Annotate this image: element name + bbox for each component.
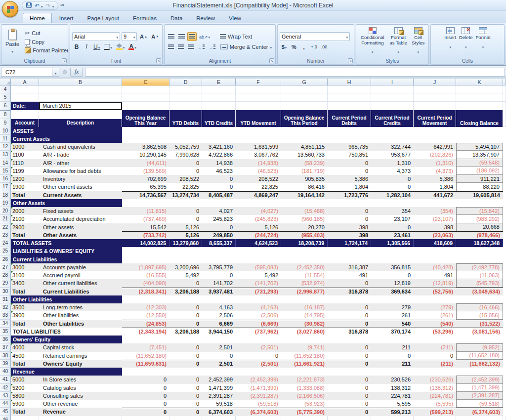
cell-J25[interactable] bbox=[414, 247, 456, 255]
cell-F16[interactable]: 208,522 bbox=[236, 175, 281, 183]
date-label-cell[interactable]: Date: bbox=[11, 102, 39, 110]
cell-G5[interactable] bbox=[281, 93, 328, 101]
top-align-button[interactable] bbox=[167, 32, 176, 41]
cell-D27[interactable]: 3,200,696 bbox=[169, 263, 202, 271]
cell-D4[interactable] bbox=[169, 85, 202, 93]
row-header-29[interactable]: 29 bbox=[0, 279, 11, 287]
cell-C27[interactable]: (1,897,695) bbox=[122, 263, 169, 271]
cell-K11[interactable] bbox=[456, 135, 503, 143]
cell-F26[interactable] bbox=[236, 255, 281, 263]
cell-K15[interactable]: (186,092) bbox=[456, 167, 503, 175]
column-header-D[interactable]: D bbox=[169, 79, 202, 85]
cell-J11[interactable] bbox=[414, 135, 456, 143]
cell-I15[interactable]: 4,373 bbox=[371, 167, 414, 175]
cell-I16[interactable]: 0 bbox=[371, 175, 414, 183]
cell-H36[interactable] bbox=[328, 336, 371, 343]
cell-F38[interactable]: 0 bbox=[236, 352, 281, 360]
cell-H18[interactable]: 1,723,776 bbox=[328, 191, 371, 199]
cell-C5[interactable] bbox=[122, 93, 169, 101]
cell-A16[interactable]: 1200 bbox=[11, 175, 39, 183]
cell-F11[interactable] bbox=[236, 135, 281, 143]
cell-F34[interactable]: (6,669) bbox=[236, 320, 281, 328]
cell-J38[interactable]: 0 bbox=[414, 352, 456, 360]
cell-E26[interactable] bbox=[202, 255, 236, 263]
cell-B15[interactable]: Allowance for bad debts bbox=[39, 167, 122, 175]
cell-C8[interactable]: Opening Balance This Year bbox=[122, 110, 169, 127]
cell-H30[interactable]: 316,878 bbox=[328, 288, 371, 295]
cell-D21[interactable]: 0 bbox=[169, 215, 202, 223]
cell-G42[interactable]: (1,333,088) bbox=[281, 384, 328, 392]
cell-F36[interactable] bbox=[236, 336, 281, 343]
column-header-E[interactable]: E bbox=[202, 79, 236, 85]
cell-E17[interactable]: 0 bbox=[202, 183, 236, 191]
cell-A35[interactable]: TOTAL LIABILITIES bbox=[11, 328, 122, 336]
cell-C35[interactable]: (2,343,194) bbox=[122, 328, 169, 336]
align-left-button[interactable] bbox=[167, 42, 175, 51]
cell-K17[interactable]: 88,220 bbox=[456, 183, 503, 191]
cell-G34[interactable]: (30,982) bbox=[281, 320, 328, 328]
cell-K27[interactable]: (2,492,778) bbox=[456, 263, 503, 271]
number-format-select[interactable]: General bbox=[280, 32, 350, 41]
cell-D19[interactable] bbox=[169, 199, 202, 207]
cell-B23[interactable]: Other Assets bbox=[39, 231, 122, 239]
cell-J14[interactable]: (1,310) bbox=[414, 159, 456, 167]
cell-D36[interactable] bbox=[169, 336, 202, 343]
cell-H35[interactable]: 316,878 bbox=[328, 328, 371, 336]
cell-F15[interactable]: (46,523) bbox=[236, 167, 281, 175]
cell-A5[interactable] bbox=[11, 93, 39, 101]
cell-G40[interactable] bbox=[281, 368, 328, 376]
cell-F10[interactable] bbox=[236, 127, 281, 135]
cell-K18[interactable]: 19,605,814 bbox=[456, 191, 503, 199]
row-header-34[interactable]: 34 bbox=[0, 320, 11, 328]
cell-E39[interactable]: 2,501 bbox=[202, 360, 236, 368]
cell-B45[interactable]: Revenue bbox=[39, 408, 122, 416]
format-painter-button[interactable]: Format Painter bbox=[23, 47, 68, 54]
cell-J41[interactable]: (230,526) bbox=[414, 376, 456, 383]
cell-C46[interactable] bbox=[122, 416, 169, 420]
cell-K16[interactable]: 911,221 bbox=[456, 175, 503, 183]
row-header-38[interactable]: 38 bbox=[0, 352, 11, 360]
cell-I23[interactable]: 23,461 bbox=[371, 231, 414, 239]
row-header-20[interactable]: 20 bbox=[0, 207, 11, 215]
middle-align-button[interactable] bbox=[177, 32, 186, 41]
cell-H42[interactable]: 0 bbox=[328, 384, 371, 392]
row-header-24[interactable]: 24 bbox=[0, 239, 11, 247]
cell-A34[interactable]: Total bbox=[11, 320, 39, 328]
comma-style-button[interactable]: , bbox=[299, 42, 308, 51]
cell-H22[interactable]: 398 bbox=[328, 223, 371, 231]
cell-J21[interactable]: (23,107) bbox=[414, 215, 456, 223]
cell-K24[interactable]: 18,627,348 bbox=[456, 239, 503, 247]
cell-F8[interactable]: YTD Movement bbox=[236, 110, 281, 127]
cell-G25[interactable] bbox=[281, 247, 328, 255]
cell-D24[interactable]: 13,279,860 bbox=[169, 239, 202, 247]
row-header-35[interactable]: 35 bbox=[0, 328, 11, 336]
cell-styles-button[interactable]: Cell Styles bbox=[410, 26, 426, 57]
cell-I14[interactable]: 1,310 bbox=[371, 159, 414, 167]
cell-H15[interactable]: 0 bbox=[328, 167, 371, 175]
cell-I29[interactable]: 12,819 bbox=[371, 279, 414, 287]
cell-K44[interactable]: (59,518) bbox=[456, 400, 503, 408]
cell-A42[interactable]: 5200 bbox=[11, 384, 39, 392]
cell-G35[interactable]: (3,027,860) bbox=[281, 328, 328, 336]
cell-B34[interactable]: Other Liabilities bbox=[39, 320, 122, 328]
format-as-table-button[interactable]: Format as Table bbox=[388, 26, 409, 57]
redo-dropdown-icon[interactable] bbox=[52, 1, 54, 10]
cell-C6[interactable] bbox=[122, 102, 169, 110]
cell-E8[interactable]: YTD Credits bbox=[202, 110, 236, 127]
cell-H10[interactable] bbox=[328, 127, 371, 135]
column-header-G[interactable]: G bbox=[281, 79, 328, 85]
cell-D42[interactable]: 0 bbox=[169, 384, 202, 392]
row-header-33[interactable]: 33 bbox=[0, 311, 11, 319]
cell-I34[interactable]: 540 bbox=[371, 320, 414, 328]
cell-D44[interactable]: 0 bbox=[169, 400, 202, 408]
row-header-45[interactable]: 45 bbox=[0, 408, 11, 416]
orientation-button[interactable] bbox=[198, 32, 211, 41]
cell-J42[interactable]: (138,312) bbox=[414, 384, 456, 392]
cell-J37[interactable]: (211) bbox=[414, 343, 456, 351]
cell-A38[interactable]: 4500 bbox=[11, 352, 39, 360]
cell-D39[interactable]: 0 bbox=[169, 360, 202, 368]
cell-I18[interactable]: 1,282,104 bbox=[371, 191, 414, 199]
cell-J30[interactable]: (52,756) bbox=[414, 288, 456, 295]
row-header-26[interactable]: 26 bbox=[0, 255, 11, 263]
cell-G33[interactable]: (14,795) bbox=[281, 311, 328, 319]
